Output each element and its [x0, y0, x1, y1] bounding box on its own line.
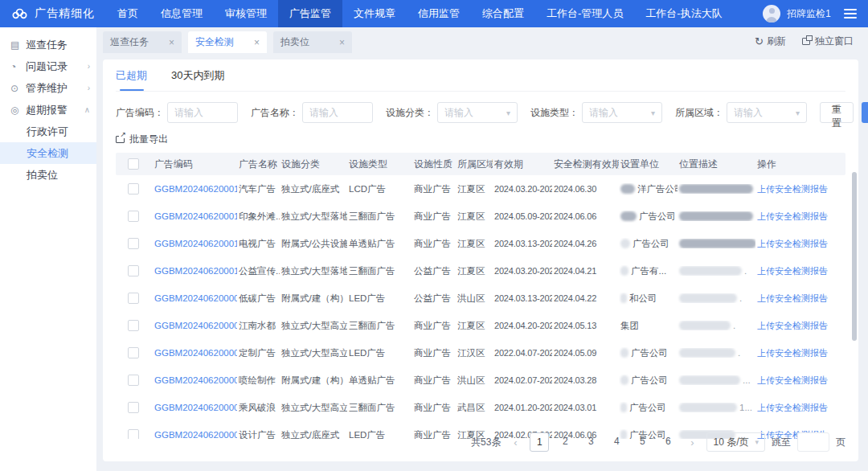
- filter-select[interactable]: 请输入▾: [582, 102, 662, 123]
- table-cell: [116, 158, 153, 170]
- nav-item[interactable]: 首页: [106, 0, 149, 27]
- redacted-text: [620, 293, 627, 303]
- ad-code-link[interactable]: GGBM202406200003: [154, 430, 237, 439]
- user-avatar[interactable]: [763, 5, 780, 23]
- table-cell: 上传安全检测报告: [755, 320, 845, 332]
- nav-item[interactable]: 广告监管: [278, 0, 342, 27]
- ad-code-link[interactable]: GGBM202406200013: [154, 239, 237, 248]
- upload-report-link[interactable]: 上传安全检测报告: [757, 239, 828, 248]
- filter-select[interactable]: 请输入▾: [437, 102, 518, 123]
- redacted-text: [679, 293, 737, 303]
- table-cell: [116, 402, 153, 413]
- nav-item[interactable]: 文件规章: [342, 0, 407, 27]
- close-icon[interactable]: ×: [254, 37, 260, 48]
- upload-report-link[interactable]: 上传安全检测报告: [757, 184, 828, 194]
- clipboard-icon: ▤: [10, 39, 26, 51]
- upload-report-link[interactable]: 上传安全检测报告: [757, 403, 828, 412]
- standalone-window-button[interactable]: 独立窗口: [802, 35, 854, 48]
- page-size-select[interactable]: 10 条/页 ▾: [706, 432, 765, 452]
- row-checkbox[interactable]: [128, 238, 139, 249]
- sidebar-item[interactable]: ⊙管养维护›: [0, 77, 96, 99]
- filter-input[interactable]: [167, 102, 238, 123]
- column-header: 设施性质: [412, 158, 456, 171]
- search-button[interactable]: 查询: [862, 102, 868, 123]
- table-cell: 电视广告: [237, 238, 280, 250]
- page-button[interactable]: 1: [530, 432, 549, 452]
- upload-report-link[interactable]: 上传安全检测报告: [757, 266, 828, 276]
- row-checkbox[interactable]: [128, 293, 139, 304]
- close-icon[interactable]: ×: [339, 37, 345, 48]
- upload-report-link[interactable]: 上传安全检测报告: [757, 375, 828, 385]
- page-button[interactable]: 3: [581, 432, 600, 452]
- row-checkbox[interactable]: [128, 183, 139, 195]
- page-suffix: 页: [836, 436, 845, 449]
- redacted-text: [620, 211, 637, 221]
- row-checkbox[interactable]: [128, 402, 139, 413]
- close-icon[interactable]: ×: [169, 37, 174, 48]
- filter-select[interactable]: 请输入▾: [727, 102, 807, 123]
- page-button[interactable]: 4: [607, 432, 626, 452]
- table-cell: .: [678, 348, 755, 358]
- table-cell: 三翻面广告: [347, 402, 412, 414]
- upload-report-link[interactable]: 上传安全检测报告: [757, 321, 828, 330]
- table-cell: 广告公司: [619, 402, 678, 414]
- subtab[interactable]: 已超期: [116, 59, 147, 91]
- select-all-checkbox[interactable]: [128, 158, 139, 170]
- table-cell: 江南水都: [237, 320, 280, 332]
- row-checkbox[interactable]: [128, 265, 139, 276]
- sidebar-item[interactable]: ▤巡查任务: [0, 34, 96, 55]
- reset-button[interactable]: 重置: [820, 102, 854, 123]
- refresh-button[interactable]: ↻ 刷新: [755, 35, 786, 48]
- subtab[interactable]: 30天内到期: [171, 59, 224, 91]
- sidebar-subitem[interactable]: 拍卖位: [0, 164, 96, 186]
- prev-page-icon[interactable]: ‹: [507, 436, 523, 448]
- upload-report-link[interactable]: 上传安全检测报告: [757, 293, 828, 303]
- ad-code-link[interactable]: GGBM202406200004: [154, 403, 237, 412]
- table-cell: 洋广告公司: [619, 183, 678, 195]
- batch-export-button[interactable]: 批量导出: [116, 133, 845, 146]
- page-button[interactable]: 6: [658, 432, 678, 452]
- table-cell: 洪山区: [456, 293, 493, 305]
- nav-item[interactable]: 信息管理: [149, 0, 214, 27]
- ad-code-link[interactable]: GGBM202406200008: [154, 321, 237, 330]
- row-checkbox[interactable]: [128, 211, 139, 222]
- upload-report-link[interactable]: 上传安全检测报告: [757, 348, 828, 358]
- row-checkbox[interactable]: [128, 375, 139, 386]
- nav-item[interactable]: 工作台-执法大队: [634, 0, 733, 27]
- workspace-tab[interactable]: 巡查任务×: [103, 31, 182, 53]
- ad-code-link[interactable]: GGBM202406200012: [154, 266, 237, 276]
- row-checkbox[interactable]: [128, 320, 139, 331]
- workspace-tab[interactable]: 安全检测×: [188, 31, 267, 53]
- sidebar-item[interactable]: ◔问题记录›: [0, 55, 96, 77]
- ad-code-link[interactable]: GGBM202406200009: [154, 293, 237, 303]
- filter-buttons: 重置 查询: [820, 102, 868, 123]
- ad-code-link[interactable]: GGBM202406200016: [154, 184, 237, 194]
- nav-item[interactable]: 工作台-管理人员: [535, 0, 634, 27]
- table-cell: 上传安全检测报告: [755, 402, 845, 414]
- page-button[interactable]: 2: [555, 432, 575, 452]
- sidebar-subitem[interactable]: 行政许可: [0, 121, 96, 142]
- sidebar-subitem[interactable]: 安全检测: [0, 142, 96, 164]
- column-header: 广告编码: [153, 158, 237, 171]
- row-checkbox[interactable]: [128, 347, 139, 358]
- menu-icon[interactable]: [844, 9, 857, 18]
- workspace-tab[interactable]: 拍卖位×: [273, 31, 352, 53]
- table-cell: 2024.05.09-202...: [493, 211, 552, 221]
- alarm-icon: ◎: [10, 104, 26, 116]
- chevron-right-icon: ›: [88, 62, 90, 71]
- ad-code-link[interactable]: GGBM202406200007: [154, 348, 237, 358]
- scrollbar[interactable]: [852, 172, 857, 341]
- column-header: 所属区域: [456, 158, 493, 171]
- nav-item[interactable]: 综合配置: [471, 0, 535, 27]
- nav-item[interactable]: 审核管理: [214, 0, 278, 27]
- page-button[interactable]: 5: [633, 432, 652, 452]
- filter-input[interactable]: [302, 102, 373, 123]
- jump-page-input[interactable]: [797, 432, 829, 452]
- ad-code-link[interactable]: GGBM202406200006: [154, 375, 237, 385]
- sidebar-item[interactable]: ◎超期报警∧: [0, 99, 96, 121]
- next-page-icon[interactable]: ›: [684, 436, 700, 448]
- row-checkbox[interactable]: [128, 429, 139, 439]
- ad-code-link[interactable]: GGBM202406200015: [154, 211, 237, 221]
- upload-report-link[interactable]: 上传安全检测报告: [757, 211, 828, 221]
- nav-item[interactable]: 信用监管: [407, 0, 471, 27]
